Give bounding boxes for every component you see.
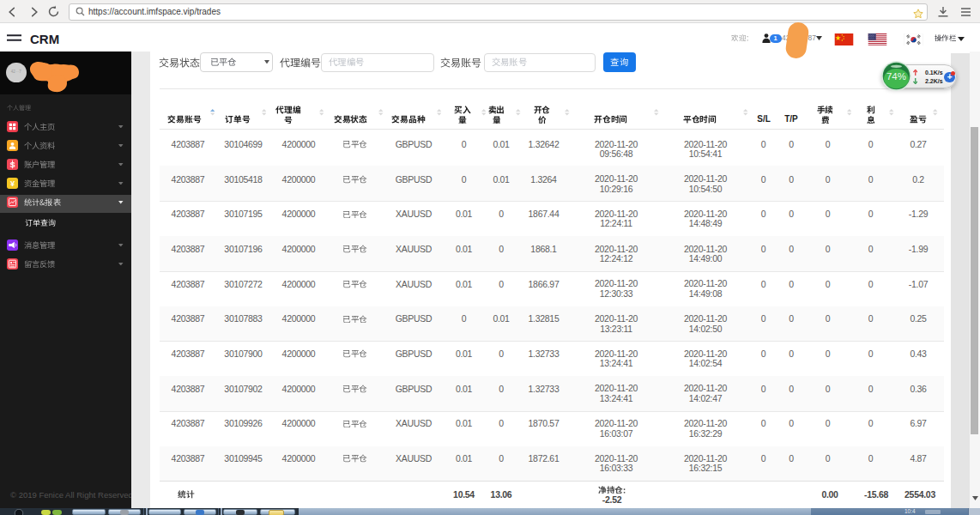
svg-text:¥: ¥ bbox=[10, 179, 15, 188]
